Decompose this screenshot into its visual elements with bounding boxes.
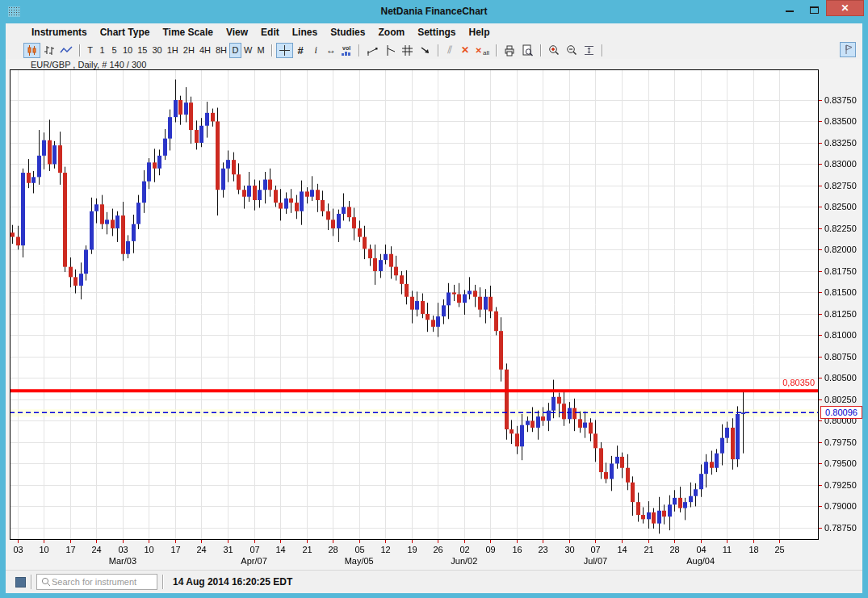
chart-type-ohlc-button[interactable] <box>40 43 57 58</box>
price-chart-canvas[interactable] <box>6 59 862 570</box>
parallel-lines-button[interactable]: ⫽ <box>442 43 458 58</box>
chart-type-line-button[interactable] <box>57 43 75 58</box>
chart-pane: EUR/GBP , Daily, # 140 / 300 0,80350 0.8… <box>6 59 862 570</box>
info-icon: i <box>314 44 317 56</box>
status-bar: 14 Aug 2014 16:20:25 EDT <box>6 570 862 593</box>
timescale-button-5[interactable]: 5 <box>108 43 120 58</box>
delete-icon: ✕ <box>461 44 469 56</box>
toolbar-separator <box>359 44 359 56</box>
timescale-button-w[interactable]: W <box>241 43 254 58</box>
toolbar: T151015301H2H4H8HDWM # i ↔ vol <box>6 41 862 59</box>
toolbar-separator <box>602 44 602 56</box>
volume-button[interactable]: vol <box>339 43 354 58</box>
statusbar-separator <box>162 575 163 589</box>
volume-icon: vol <box>342 45 350 51</box>
minimize-button[interactable] <box>778 0 802 18</box>
delete-line-button[interactable]: ✕ <box>458 43 473 58</box>
zoom-in-icon <box>547 44 560 56</box>
toolbar-separator <box>271 44 272 56</box>
timescale-button-8h[interactable]: 8H <box>213 43 229 58</box>
timescale-button-1[interactable]: 1 <box>96 43 108 58</box>
trend-line-tool-button[interactable] <box>363 43 381 58</box>
menu-item-chart-type[interactable]: Chart Type <box>94 23 157 41</box>
zoom-out-button[interactable] <box>563 43 581 58</box>
menu-item-view[interactable]: View <box>220 23 254 41</box>
toolbar-separator <box>540 44 541 56</box>
timescale-button-4h[interactable]: 4H <box>197 43 213 58</box>
zoom-in-button[interactable] <box>545 43 563 58</box>
parallel-lines-icon: ⫽ <box>447 44 452 56</box>
clock-timestamp: 14 Aug 2014 16:20:25 EDT <box>173 576 292 588</box>
fit-height-icon <box>583 44 595 56</box>
timescale-button-30[interactable]: 30 <box>150 43 165 58</box>
print-button[interactable] <box>501 43 518 58</box>
instrument-search-box[interactable] <box>36 574 157 590</box>
arrow-pointer-icon <box>419 44 431 56</box>
timescale-button-2h[interactable]: 2H <box>181 43 197 58</box>
channel-tool-button[interactable] <box>399 43 417 58</box>
arrow-tool-button[interactable] <box>417 43 434 58</box>
trend-line-icon <box>366 44 379 56</box>
crosshair-icon <box>279 44 291 56</box>
zoom-out-icon <box>565 44 578 56</box>
menu-item-help[interactable]: Help <box>462 23 496 41</box>
line-chart-icon <box>60 44 73 56</box>
grid-toggle-button[interactable]: # <box>293 43 308 58</box>
menu-item-zoom[interactable]: Zoom <box>371 23 411 41</box>
toolbar-separator <box>496 44 497 56</box>
horizontal-expand-button[interactable]: ↔ <box>324 43 339 58</box>
info-button[interactable]: i <box>308 43 324 58</box>
horizontal-line-price-label: 0,80350 <box>782 378 815 387</box>
delete-all-lines-button[interactable]: ✕ all <box>473 43 492 58</box>
grid-icon: # <box>297 44 303 56</box>
current-price-badge: 0.80096 <box>820 406 862 419</box>
menu-item-lines[interactable]: Lines <box>286 23 324 41</box>
pin-flag-icon <box>842 44 853 56</box>
close-button[interactable]: ✕ <box>826 0 864 16</box>
menu-item-edit[interactable]: Edit <box>254 23 286 41</box>
chart-type-candlestick-button[interactable] <box>23 43 40 58</box>
pin-chart-button[interactable] <box>840 42 856 57</box>
menu-item-settings[interactable]: Settings <box>411 23 462 41</box>
window-title: NetDania FinanceChart <box>0 0 868 23</box>
title-bar: NetDania FinanceChart ✕ <box>0 0 868 23</box>
timescale-button-d[interactable]: D <box>229 43 241 58</box>
delete-all-icon: ✕ <box>476 46 482 55</box>
maximize-button[interactable] <box>802 0 826 18</box>
vertical-line-icon <box>384 44 396 56</box>
expand-horizontal-icon: ↔ <box>326 44 336 56</box>
fit-vertical-button[interactable] <box>581 43 598 58</box>
timescale-button-t[interactable]: T <box>84 43 96 58</box>
print-preview-button[interactable] <box>518 43 536 58</box>
vertical-line-tool-button[interactable] <box>381 43 399 58</box>
volume-bars-icon <box>342 51 351 56</box>
menu-item-time-scale[interactable]: Time Scale <box>156 23 219 41</box>
search-icon <box>40 576 52 588</box>
parallel-channel-icon <box>401 44 414 56</box>
minimize-icon <box>786 10 794 12</box>
close-icon: ✕ <box>841 2 849 14</box>
connection-status-icon <box>15 577 26 588</box>
menu-item-studies[interactable]: Studies <box>324 23 371 41</box>
timescale-button-m[interactable]: M <box>254 43 266 58</box>
timescale-button-15[interactable]: 15 <box>135 43 149 58</box>
maximize-icon <box>810 6 819 14</box>
toolbar-separator <box>438 44 438 56</box>
search-input[interactable] <box>52 577 147 587</box>
menu-item-instruments[interactable]: Instruments <box>25 23 94 41</box>
timescale-button-1h[interactable]: 1H <box>165 43 181 58</box>
print-icon <box>503 44 516 56</box>
candlestick-chart-icon <box>26 44 38 56</box>
delete-all-suffix: all <box>483 49 489 56</box>
statusbar-separator <box>31 575 31 589</box>
print-preview-icon <box>521 44 534 56</box>
menu-bar: InstrumentsChart TypeTime ScaleViewEditL… <box>6 23 862 41</box>
ohlc-bar-chart-icon <box>43 44 55 56</box>
toolbar-separator <box>79 44 80 56</box>
timescale-button-10[interactable]: 10 <box>120 43 135 58</box>
instrument-label: EUR/GBP , Daily, # 140 / 300 <box>28 60 149 69</box>
crosshair-button[interactable] <box>276 43 293 58</box>
